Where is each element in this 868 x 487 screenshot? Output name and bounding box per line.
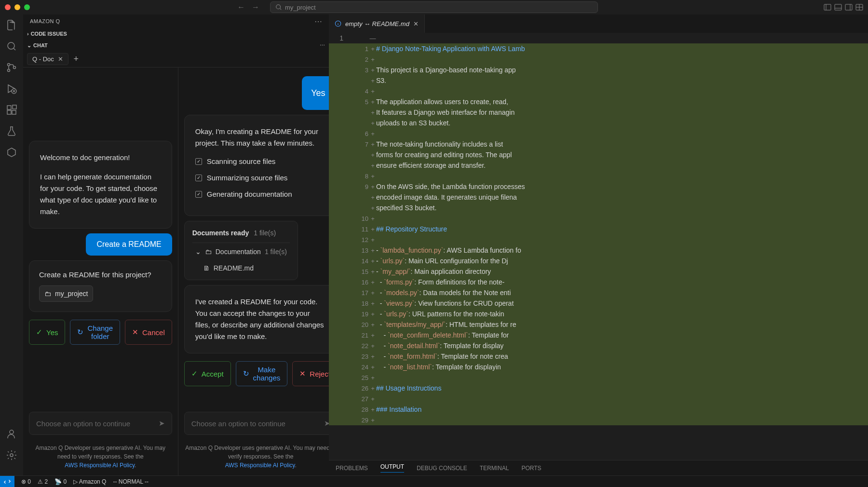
close-window[interactable] [5,4,11,10]
confirm-card: Create a README for this project? 🗀 my_p… [29,260,172,312]
error-count[interactable]: ⊗ 0 [21,478,31,485]
svg-point-6 [8,64,10,66]
layout-left-icon[interactable] [824,3,831,11]
bottom-panel-tabs: PROBLEMS OUTPUT DEBUG CONSOLE TERMINAL P… [329,460,868,475]
send-icon[interactable]: ➤ [159,419,165,428]
minimize-window[interactable] [14,4,20,10]
layout-right-icon[interactable] [845,3,853,11]
close-icon[interactable]: ✕ [413,20,419,27]
docs-file-row[interactable]: 🗎 README.md [192,264,290,272]
chat-input[interactable]: Choose an option to continue ➤ [184,412,338,435]
chat-column-left: Welcome to doc generation! I can help ge… [23,68,178,475]
accept-button[interactable]: ✓ Accept [184,361,231,386]
close-icon[interactable]: ✕ [58,55,63,63]
docs-folder-row[interactable]: ⌄ 🗀 Documentation 1 file(s) [192,243,290,260]
account-icon[interactable] [6,428,17,440]
window-controls [5,4,30,10]
confirm-actions: ✓ Yes ↻ Change folder ✕ Cancel [29,320,172,345]
svg-rect-3 [845,4,852,10]
ports-count[interactable]: 📡 0 [54,478,67,485]
change-folder-button[interactable]: ↻ Change folder [70,320,120,345]
close-icon: ✕ [132,328,138,337]
tab-problems[interactable]: PROBLEMS [336,465,368,472]
section-more-icon[interactable]: ⋯ [320,42,325,49]
chat-tabs: Q - Doc ✕ + [23,51,329,68]
docs-count: 1 file(s) [254,229,276,237]
amazon-q-panel: AMAZON Q ⋯ › CODE ISSUES ⌄ CHAT ⋯ Q - Do… [23,14,329,475]
search-icon[interactable] [6,41,17,52]
layout-customize-icon[interactable] [855,3,863,11]
docs-ready-label: Documents ready [192,229,249,237]
yes-button[interactable]: ✓ Yes [29,320,65,345]
folder-chip[interactable]: 🗀 my_project [39,285,93,302]
checkbox-icon: ✓ [195,175,202,181]
tab-output[interactable]: OUTPUT [380,463,404,473]
checkbox-icon: ✓ [195,191,202,198]
file-icon: 🗎 [203,264,210,272]
tab-label: empty ↔ README.md [345,20,409,27]
review-actions: ✓ Accept ↻ Make changes ✕ Reject [184,361,338,386]
created-message: I've created a README for your code. You… [184,285,338,353]
disclaimer-link[interactable]: AWS Responsible AI Policy [65,462,135,469]
section-label: CHAT [33,42,48,48]
disclaimer-link[interactable]: AWS Responsible AI Policy [225,462,295,469]
checkbox-icon: ✓ [195,158,202,165]
create-readme-button[interactable]: Create a README [86,233,172,256]
layout-controls [824,3,863,11]
tab-terminal[interactable]: TERMINAL [480,465,509,472]
search-text: my_project [285,4,316,11]
check-icon: ✓ [191,369,198,378]
check-icon: ✓ [36,328,42,337]
panel-title: AMAZON Q [30,18,60,24]
command-center[interactable]: my_project [270,1,598,13]
maximize-window[interactable] [24,4,30,10]
section-chat[interactable]: ⌄ CHAT ⋯ [23,40,329,51]
folder-icon: 🗀 [44,290,51,298]
layout-bottom-icon[interactable] [834,3,842,11]
nav-back-icon[interactable]: ← [237,3,245,12]
documents-ready-card: Documents ready 1 file(s) ⌄ 🗀 Documentat… [184,221,298,280]
chat-input[interactable]: Choose an option to continue ➤ [29,412,172,435]
refresh-icon: ↻ [77,328,83,337]
vim-mode: -- NORMAL -- [113,478,149,485]
section-code-issues[interactable]: › CODE ISSUES [23,28,329,40]
editor-body[interactable]: 1—1+# Django Note-Taking Application wit… [329,33,868,460]
input-placeholder: Choose an option to continue [191,419,285,428]
source-control-icon[interactable] [6,62,17,73]
extensions-icon[interactable] [6,104,17,116]
svg-point-7 [8,69,10,72]
chevron-right-icon: › [27,31,29,37]
svg-point-8 [14,67,16,69]
panel-more-icon[interactable]: ⋯ [314,17,323,26]
folder-icon: 🗀 [205,248,212,256]
svg-rect-12 [12,110,16,114]
svg-rect-11 [7,110,11,114]
panel-header: AMAZON Q ⋯ [23,14,329,28]
statusbar: ⊗ 0 ⚠ 2 📡 0 ▷ Amazon Q -- NORMAL -- [0,475,868,487]
nav-forward-icon[interactable]: → [252,3,259,12]
titlebar: ← → my_project [0,0,868,14]
welcome-title: Welcome to doc generation! [40,152,161,163]
activity-bar [0,14,23,475]
tab-debug-console[interactable]: DEBUG CONSOLE [417,465,467,472]
close-icon: ✕ [299,369,306,378]
run-debug-icon[interactable] [6,83,17,95]
warning-count[interactable]: ⚠ 2 [38,478,48,485]
make-changes-button[interactable]: ↻ Make changes [236,361,288,386]
svg-rect-1 [824,4,831,10]
search-icon [275,4,282,11]
svg-point-5 [8,42,14,49]
explorer-icon[interactable] [6,19,17,31]
info-icon [335,20,341,27]
chat-tab[interactable]: Q - Doc ✕ [27,53,68,65]
editor-tab[interactable]: empty ↔ README.md ✕ [329,14,425,33]
amazon-q-icon[interactable] [6,147,17,158]
amazon-q-status[interactable]: ▷ Amazon Q [73,478,106,485]
cancel-button[interactable]: ✕ Cancel [125,320,172,345]
gear-icon[interactable] [6,449,17,461]
tab-ports[interactable]: PORTS [521,465,541,472]
flask-icon[interactable] [6,125,17,137]
svg-point-14 [10,430,14,434]
remote-indicator[interactable] [0,476,14,487]
new-chat-tab[interactable]: + [70,54,82,65]
